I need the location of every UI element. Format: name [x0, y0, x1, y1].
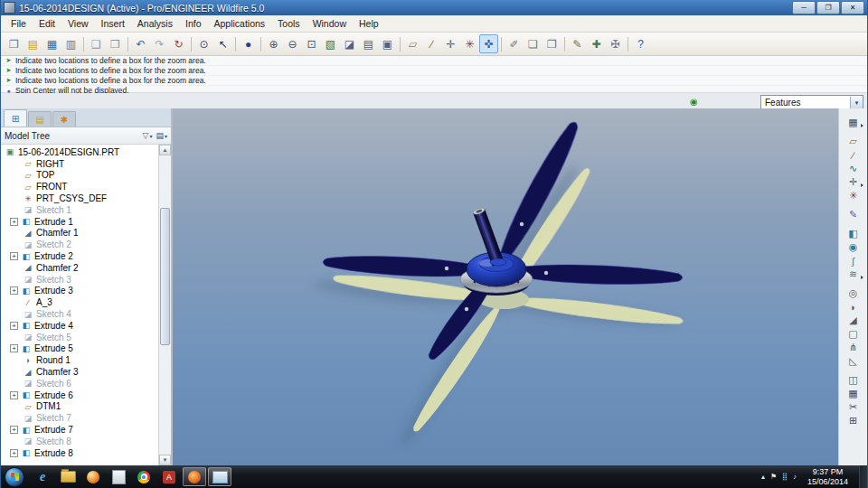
- tree-item[interactable]: +◧Extrude 7: [1, 424, 159, 436]
- save-icon[interactable]: ▦: [42, 34, 61, 53]
- datum-csys-tool[interactable]: ✳: [844, 189, 863, 202]
- paste-icon[interactable]: ❒: [106, 34, 125, 53]
- open-file-icon[interactable]: ▤: [24, 34, 42, 53]
- tree-item[interactable]: ▱FRONT: [1, 181, 159, 192]
- flyout-arrow-icon[interactable]: [861, 124, 863, 127]
- sweep-tool[interactable]: ∫: [844, 254, 863, 267]
- sketch-tool[interactable]: ✎: [844, 208, 863, 221]
- tree-expander[interactable]: +: [10, 449, 18, 457]
- flyout-arrow-icon[interactable]: [861, 183, 863, 187]
- tree-item[interactable]: ▱DTM1: [1, 401, 159, 413]
- tree-item[interactable]: +◧Extrude 6: [1, 389, 159, 401]
- tree-item[interactable]: +◧Extrude 1: [1, 216, 159, 228]
- menu-help[interactable]: Help: [353, 17, 385, 30]
- refit-icon[interactable]: ⊡: [302, 34, 321, 53]
- annotation-icon[interactable]: ✐: [505, 34, 524, 53]
- scroll-up-button[interactable]: ▲: [159, 145, 171, 155]
- show-desktop-button[interactable]: [859, 465, 867, 488]
- taskbar-proe[interactable]: [183, 467, 206, 486]
- tree-expander[interactable]: +: [10, 322, 18, 330]
- zoom-in-icon[interactable]: ⊕: [264, 34, 283, 53]
- tree-item[interactable]: ◢Chamfer 3: [1, 366, 159, 378]
- graphics-area[interactable]: [173, 108, 838, 465]
- taskbar-clock[interactable]: 9:37 PM 15/06/2014: [802, 467, 854, 486]
- repaint-icon[interactable]: ▧: [321, 34, 340, 53]
- tree-item[interactable]: ◪Sketch 3: [1, 274, 159, 286]
- chamfer-tool[interactable]: ◢: [844, 314, 863, 327]
- trim-tool[interactable]: ✂: [844, 400, 863, 414]
- menu-insert[interactable]: Insert: [95, 17, 131, 30]
- tree-expander[interactable]: +: [10, 391, 18, 399]
- zoom-out-icon[interactable]: ⊖: [283, 34, 302, 53]
- datum-plane-tool[interactable]: ▱: [844, 135, 863, 148]
- taskbar-windows-explorer[interactable]: [56, 467, 80, 486]
- saved-view-list-icon[interactable]: ▦: [844, 116, 863, 129]
- menu-view[interactable]: View: [61, 17, 95, 30]
- rib-tool[interactable]: ⋔: [844, 341, 863, 354]
- utilities-icon[interactable]: ✠: [606, 34, 625, 53]
- viewport-3d-canvas[interactable]: [173, 108, 838, 465]
- taskbar-calculator[interactable]: [107, 467, 130, 486]
- revolve-tool[interactable]: ◉: [844, 240, 863, 254]
- context-help-icon[interactable]: ?: [631, 34, 650, 53]
- volume-icon[interactable]: ♪: [793, 473, 797, 481]
- tab-model-tree[interactable]: ⊞: [4, 109, 27, 127]
- tree-settings-button[interactable]: ▤▾: [156, 131, 167, 140]
- tree-item[interactable]: ◪Sketch 8: [1, 436, 159, 447]
- datum-curve-tool[interactable]: ∿: [844, 162, 863, 175]
- analysis-measure-icon[interactable]: ✚: [587, 34, 606, 53]
- search-icon[interactable]: ⊙: [194, 34, 213, 53]
- mirror-tool[interactable]: ◫: [844, 373, 863, 387]
- tree-item[interactable]: ∕A_3: [1, 296, 159, 308]
- shell-tool[interactable]: ▢: [844, 327, 863, 341]
- tree-expander[interactable]: +: [10, 344, 18, 352]
- spin-center-toggle[interactable]: ✜: [479, 34, 498, 53]
- tree-item[interactable]: ▱TOP: [1, 170, 159, 182]
- regenerate-icon[interactable]: ↻: [169, 34, 188, 53]
- tree-item[interactable]: ◗Round 1: [1, 354, 159, 366]
- activate-window-icon[interactable]: ❐: [542, 34, 561, 53]
- tree-item[interactable]: +◧Extrude 8: [1, 447, 159, 459]
- tree-item[interactable]: ◪Sketch 1: [1, 204, 159, 216]
- tree-item[interactable]: ◢Chamfer 1: [1, 228, 159, 239]
- tree-item[interactable]: +◧Extrude 2: [1, 250, 159, 262]
- tree-item[interactable]: ▱RIGHT: [1, 158, 159, 170]
- menu-info[interactable]: Info: [179, 17, 208, 30]
- tab-folder-browser[interactable]: ▤: [28, 111, 52, 127]
- datum-axes-toggle[interactable]: ∕: [422, 34, 441, 53]
- datum-point-tool[interactable]: ✛: [844, 175, 863, 189]
- datum-planes-toggle[interactable]: ▱: [403, 34, 422, 53]
- redo-icon[interactable]: ↷: [150, 34, 169, 53]
- csys-display-toggle[interactable]: ✳: [460, 34, 479, 53]
- menu-file[interactable]: File: [5, 17, 33, 30]
- maximize-button[interactable]: ❐: [816, 1, 840, 14]
- tree-expander[interactable]: +: [10, 426, 18, 434]
- menu-tools[interactable]: Tools: [271, 17, 307, 30]
- menu-applications[interactable]: Applications: [207, 17, 271, 30]
- tree-expander[interactable]: +: [10, 218, 18, 226]
- tree-scrollbar[interactable]: ▲ ▼: [158, 145, 171, 465]
- copy-icon[interactable]: ❑: [87, 34, 106, 53]
- view-manager-icon[interactable]: ▣: [378, 34, 397, 53]
- tree-item[interactable]: +◧Extrude 3: [1, 286, 159, 297]
- datum-points-toggle[interactable]: ✛: [441, 34, 460, 53]
- taskbar-adobe-reader[interactable]: A: [157, 467, 181, 486]
- flyout-arrow-icon[interactable]: [861, 276, 863, 279]
- new-file-icon[interactable]: ❐: [5, 34, 24, 53]
- propeller-blades[interactable]: [323, 117, 683, 364]
- select-arrow-icon[interactable]: ↖: [213, 34, 232, 53]
- taskbar-chrome[interactable]: [132, 467, 156, 486]
- propeller-model[interactable]: [323, 117, 683, 364]
- minimize-button[interactable]: ─: [792, 1, 816, 14]
- chevron-down-icon[interactable]: ▾: [850, 97, 863, 108]
- start-button[interactable]: [5, 467, 24, 487]
- taskbar-firefox[interactable]: [81, 467, 105, 486]
- blend-tool[interactable]: ≋: [844, 267, 863, 281]
- tree-item[interactable]: ◪Sketch 7: [1, 412, 159, 424]
- action-center-icon[interactable]: ⚑: [770, 473, 777, 481]
- print-icon[interactable]: ▥: [61, 34, 80, 53]
- menu-edit[interactable]: Edit: [33, 17, 61, 30]
- tree-item[interactable]: ◪Sketch 6: [1, 378, 159, 389]
- undo-icon[interactable]: ↶: [131, 34, 150, 53]
- tree-item[interactable]: +◧Extrude 4: [1, 320, 159, 332]
